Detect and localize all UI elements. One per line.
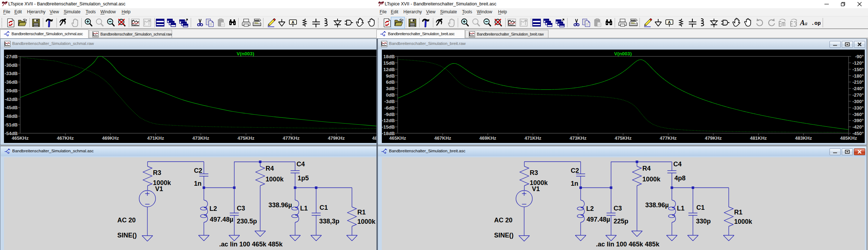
svg-text:485KHz: 485KHz xyxy=(840,135,857,141)
svg-text:-210°: -210° xyxy=(853,79,864,85)
svg-text:473KHz: 473KHz xyxy=(193,135,209,141)
svg-text:.op: .op xyxy=(811,20,820,27)
svg-text:3dB: 3dB xyxy=(386,86,395,91)
svg-text:-27dB: -27dB xyxy=(5,54,18,59)
svg-text:-180°: -180° xyxy=(853,73,864,79)
svg-text:L2: L2 xyxy=(586,205,594,212)
svg-text:12dB: 12dB xyxy=(383,67,395,72)
svg-text:338.96µ: 338.96µ xyxy=(268,202,292,209)
svg-text:467KHz: 467KHz xyxy=(434,135,451,141)
svg-text:15dB: 15dB xyxy=(383,60,395,66)
svg-text:225p: 225p xyxy=(614,218,628,225)
svg-text:-240°: -240° xyxy=(853,86,864,91)
svg-text:-42dB: -42dB xyxy=(5,97,18,102)
svg-text:483KHz: 483KHz xyxy=(795,135,812,141)
svg-text:-270°: -270° xyxy=(853,92,864,98)
svg-text:C2: C2 xyxy=(571,167,579,174)
svg-text:C1: C1 xyxy=(320,204,328,211)
svg-text:338.96µ: 338.96µ xyxy=(645,202,669,209)
svg-text:1000k: 1000k xyxy=(266,176,284,183)
svg-text:R1: R1 xyxy=(734,209,742,216)
svg-text:481KHz: 481KHz xyxy=(750,135,767,141)
svg-text:-150°: -150° xyxy=(853,67,864,72)
svg-text:477KHz: 477KHz xyxy=(283,135,300,141)
svg-text:475KHz: 475KHz xyxy=(615,135,632,141)
svg-text:1000k: 1000k xyxy=(642,176,661,183)
svg-text:1000k: 1000k xyxy=(734,218,752,225)
svg-text:9dB: 9dB xyxy=(386,73,395,79)
svg-text:-33dB: -33dB xyxy=(5,71,18,76)
svg-text:-300°: -300° xyxy=(853,99,864,104)
svg-text:SINE(): SINE() xyxy=(117,232,137,239)
svg-text:467KHz: 467KHz xyxy=(57,135,74,141)
svg-text:A: A xyxy=(668,20,671,24)
svg-text:-120°: -120° xyxy=(853,60,864,66)
svg-text:1n: 1n xyxy=(194,180,202,187)
svg-text:C1: C1 xyxy=(696,204,705,211)
svg-text:1000k: 1000k xyxy=(357,218,376,225)
svg-text:-420°: -420° xyxy=(853,124,864,130)
svg-text:-9dB: -9dB xyxy=(384,112,395,117)
svg-text:497.48µ: 497.48µ xyxy=(210,216,233,223)
svg-text:AC 20: AC 20 xyxy=(494,217,512,224)
svg-text:-12dB: -12dB xyxy=(382,118,395,123)
svg-text:-360°: -360° xyxy=(853,112,864,117)
svg-text:R3: R3 xyxy=(153,169,161,176)
svg-text:230.5p: 230.5p xyxy=(237,218,257,225)
svg-text:L1: L1 xyxy=(300,205,308,212)
svg-text:338,3p: 338,3p xyxy=(319,218,339,225)
svg-text:6dB: 6dB xyxy=(386,79,395,85)
svg-text:SINE(): SINE() xyxy=(494,232,514,239)
svg-text:18dB: 18dB xyxy=(383,54,395,59)
svg-text:469KHz: 469KHz xyxy=(479,135,496,141)
svg-text:-51dB: -51dB xyxy=(5,122,18,128)
svg-text:C3: C3 xyxy=(614,205,622,212)
svg-text:469KHz: 469KHz xyxy=(102,135,119,141)
svg-text:C4: C4 xyxy=(673,161,682,168)
svg-text:-45dB: -45dB xyxy=(5,105,18,110)
svg-text:-36dB: -36dB xyxy=(5,79,18,85)
svg-text:L1: L1 xyxy=(677,205,684,212)
svg-text:-6dB: -6dB xyxy=(384,105,395,111)
svg-text:475KHz: 475KHz xyxy=(238,135,254,141)
svg-text:473KHz: 473KHz xyxy=(570,135,587,141)
svg-text:-39dB: -39dB xyxy=(5,88,18,93)
svg-text:477KHz: 477KHz xyxy=(660,135,677,141)
svg-text:R4: R4 xyxy=(266,165,274,172)
svg-text:A: A xyxy=(800,19,805,27)
svg-text:.ac lin 100 465k 485k: .ac lin 100 465k 485k xyxy=(596,241,660,248)
svg-text:C2: C2 xyxy=(194,167,202,174)
svg-text:471KHz: 471KHz xyxy=(524,135,541,141)
svg-text:L2: L2 xyxy=(209,205,217,212)
svg-text:1p5: 1p5 xyxy=(298,175,309,182)
svg-text:-3dB: -3dB xyxy=(384,99,395,104)
svg-text:497.48µ: 497.48µ xyxy=(587,216,610,223)
svg-text:V(n003): V(n003) xyxy=(237,51,254,56)
svg-text:465KHz: 465KHz xyxy=(12,135,29,141)
svg-text:V1: V1 xyxy=(532,185,540,193)
svg-text:-48dB: -48dB xyxy=(5,114,18,119)
svg-text:-15dB: -15dB xyxy=(382,124,395,130)
svg-text:479KHz: 479KHz xyxy=(328,135,345,141)
svg-text:-330°: -330° xyxy=(853,105,864,111)
svg-text:465KHz: 465KHz xyxy=(389,135,406,141)
svg-text:.ac lin 100 465k 485k: .ac lin 100 465k 485k xyxy=(219,241,283,248)
svg-text:A: A xyxy=(291,20,294,24)
svg-text:471KHz: 471KHz xyxy=(147,135,164,141)
svg-text:a: a xyxy=(805,20,808,26)
svg-text:C4: C4 xyxy=(297,161,305,168)
svg-text:-390°: -390° xyxy=(853,118,864,123)
svg-text:C3: C3 xyxy=(237,205,245,212)
svg-text:48: 48 xyxy=(372,135,376,141)
svg-text:-90°: -90° xyxy=(855,54,864,59)
svg-text:R1: R1 xyxy=(357,209,366,216)
svg-text:4p8: 4p8 xyxy=(674,175,686,182)
svg-text:AC 20: AC 20 xyxy=(117,217,136,224)
svg-text:R4: R4 xyxy=(642,165,651,172)
svg-text:1n: 1n xyxy=(571,180,578,187)
svg-text:V1: V1 xyxy=(155,185,163,193)
svg-text:R3: R3 xyxy=(530,169,538,176)
svg-text:479KHz: 479KHz xyxy=(705,135,722,141)
svg-text:-30dB: -30dB xyxy=(5,62,18,68)
svg-text:330p: 330p xyxy=(696,218,711,225)
